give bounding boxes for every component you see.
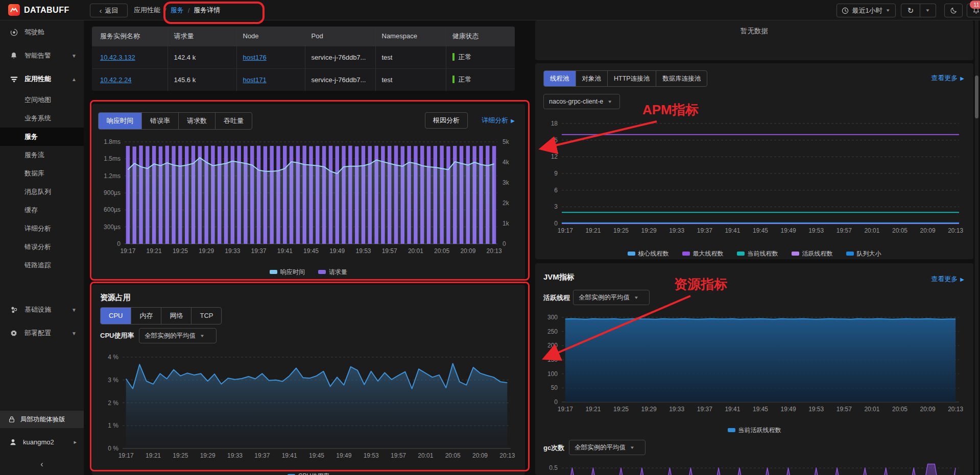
node-link[interactable]: host176 [243, 54, 267, 61]
breadcrumb-separator: / [164, 7, 166, 14]
svg-text:250: 250 [547, 328, 558, 335]
resource-tabs-2[interactable]: 网络 [161, 308, 191, 324]
svg-text:19:49: 19:49 [336, 452, 351, 459]
svg-text:19:53: 19:53 [808, 227, 824, 234]
sidebar-item-9[interactable]: 缓存 [0, 201, 84, 219]
legend-label: 当前活跃线程数 [738, 426, 781, 435]
legend-swatch [682, 252, 690, 256]
legend-item-CPU使用率[interactable]: CPU使用率 [288, 472, 329, 475]
legend-item-活跃线程数[interactable]: 活跃线程数 [792, 249, 833, 258]
legend-item-队列大小[interactable]: 队列大小 [846, 249, 881, 258]
svg-text:20:09: 20:09 [460, 247, 475, 255]
back-button[interactable]: ‹ 返回 [90, 4, 128, 17]
pool-tabs-0[interactable]: 线程池 [544, 71, 576, 86]
refresh-options-button[interactable]: ▼ [920, 4, 936, 17]
svg-text:20:05: 20:05 [892, 406, 907, 413]
active-thread-select[interactable]: 全部实例的平均值 ▼ [573, 290, 650, 305]
chevron-right-icon: ▶ [511, 118, 515, 123]
svg-text:19:53: 19:53 [355, 247, 371, 255]
jvm-metrics-card: JVM指标 查看更多 ▶ 活跃线程 全部实例的平均值 ▼ 05010015020… [535, 263, 973, 475]
apm-tabs-3[interactable]: 吞吐量 [215, 113, 252, 129]
svg-text:300: 300 [547, 314, 558, 321]
sidebar-item-label: 智能告警 [25, 51, 65, 60]
legend-swatch [737, 252, 745, 256]
apm-tabs-2[interactable]: 请求数 [178, 113, 215, 129]
svg-text:100: 100 [547, 370, 558, 378]
resource-tabs-1[interactable]: 内存 [131, 308, 161, 324]
cpu-instance-select[interactable]: 全部实例的平均值 ▼ [139, 328, 217, 343]
lock-icon [8, 416, 15, 423]
sidebar-item-8[interactable]: 消息队列 [0, 183, 84, 201]
legend-item-当前线程数[interactable]: 当前线程数 [737, 249, 778, 258]
apm-tabs-1[interactable]: 错误率 [141, 113, 178, 129]
cell-0-4: test [375, 46, 446, 68]
legend-item-请求量[interactable]: 请求量 [318, 268, 347, 277]
sidebar-item-label: 服务流 [25, 151, 77, 160]
instance-link[interactable]: 10.42.3.132 [100, 54, 135, 61]
legend-item-最大线程数[interactable]: 最大线程数 [682, 249, 724, 258]
svg-text:200: 200 [547, 342, 558, 349]
chevron-down-icon: ▼ [71, 307, 77, 313]
infra-icon [9, 306, 18, 314]
sidebar-item-6[interactable]: 服务流 [0, 146, 84, 164]
breadcrumb-mid[interactable]: 服务 [171, 6, 184, 15]
breadcrumb-root[interactable]: 应用性能 [134, 6, 160, 15]
sidebar-collapse-button[interactable]: ‹ [0, 455, 84, 473]
svg-text:20:05: 20:05 [434, 247, 449, 255]
sidebar-item-2[interactable]: 应用性能▲ [0, 67, 84, 91]
pool-tabs-3[interactable]: 数据库连接池 [656, 71, 707, 86]
resource-tabs-3[interactable]: TCP [191, 308, 221, 324]
chevron-right-icon: ▶ [960, 277, 964, 282]
theme-toggle-button[interactable] [944, 4, 963, 17]
sidebar-item-5[interactable]: 服务 [0, 128, 84, 146]
svg-text:50: 50 [551, 384, 558, 391]
sidebar-item-0[interactable]: 驾驶舱 [0, 20, 84, 44]
detail-analysis-link[interactable]: 详细分析 ▶ [482, 116, 515, 125]
legend-item-核心线程数[interactable]: 核心线程数 [628, 249, 669, 258]
pool-tabs-1[interactable]: 对象池 [576, 71, 608, 86]
chevron-down-icon: ▼ [886, 8, 891, 13]
time-range-select[interactable]: 最近1小时 ▼ [836, 4, 896, 17]
sidebar-item-11[interactable]: 错误分析 [0, 238, 84, 256]
node-link[interactable]: host171 [243, 76, 267, 84]
svg-text:19:57: 19:57 [382, 247, 397, 255]
sidebar-item-feature-preview[interactable]: 局部功能体验版 [0, 411, 84, 428]
sidebar-item-4[interactable]: 业务系统 [0, 109, 84, 128]
response-time-chart: 0300µs600µs900µs1.2ms1.5ms1.8ms01k2k3k4k… [96, 134, 521, 265]
pool-instance-select[interactable]: nacos-grpc-client-e ▼ [543, 94, 620, 109]
svg-text:19:49: 19:49 [781, 406, 796, 413]
brand-name: DATABUFF [24, 6, 69, 15]
svg-text:19:17: 19:17 [118, 452, 134, 459]
response-chart-legend: 响应时间请求量 [92, 267, 525, 277]
svg-text:19:25: 19:25 [613, 406, 629, 413]
root-cause-button[interactable]: 根因分析 [425, 112, 468, 129]
pool-tabs-2[interactable]: HTTP连接池 [607, 71, 656, 86]
svg-text:19:25: 19:25 [173, 452, 188, 459]
sidebar-item-10[interactable]: 详细分析 [0, 219, 84, 238]
legend-item-响应时间[interactable]: 响应时间 [270, 268, 305, 277]
svg-text:900µs: 900µs [104, 189, 121, 196]
resource-tabs-0[interactable]: CPU [101, 308, 131, 324]
jvm-more-link[interactable]: 查看更多 ▶ [931, 274, 964, 284]
svg-text:19:57: 19:57 [836, 406, 852, 413]
sidebar-item-7[interactable]: 数据库 [0, 164, 84, 183]
instance-link[interactable]: 10.42.2.24 [100, 76, 131, 84]
sidebar-item-14[interactable]: 部署配置▼ [0, 321, 84, 345]
scrollbar-thumb[interactable] [975, 76, 978, 118]
sidebar-user[interactable]: kuangmo2 ▸ [0, 433, 84, 451]
sidebar-item-13[interactable]: 基础设施▼ [0, 298, 84, 321]
legend-item-当前活跃线程数[interactable]: 当前活跃线程数 [728, 426, 781, 435]
svg-text:20:01: 20:01 [864, 227, 879, 234]
svg-text:0.5: 0.5 [549, 464, 558, 471]
sidebar-item-3[interactable]: 空间地图 [0, 91, 84, 109]
svg-text:4k: 4k [503, 159, 510, 166]
refresh-button[interactable]: ↻ [901, 4, 920, 17]
apm-tabs-0[interactable]: 响应时间 [99, 113, 141, 129]
cpu-usage-chart: 0 %1 %2 %3 %4 %19:1719:2119:2519:2919:33… [96, 350, 521, 470]
sidebar-item-12[interactable]: 链路追踪 [0, 256, 84, 274]
legend-swatch [318, 270, 326, 274]
sidebar-item-1[interactable]: 智能告警▼ [0, 44, 84, 67]
pool-more-link[interactable]: 查看更多 ▶ [931, 73, 964, 83]
breadcrumb-separator: / [188, 7, 190, 14]
gc-instance-select[interactable]: 全部实例的平均值 ▼ [569, 440, 646, 455]
